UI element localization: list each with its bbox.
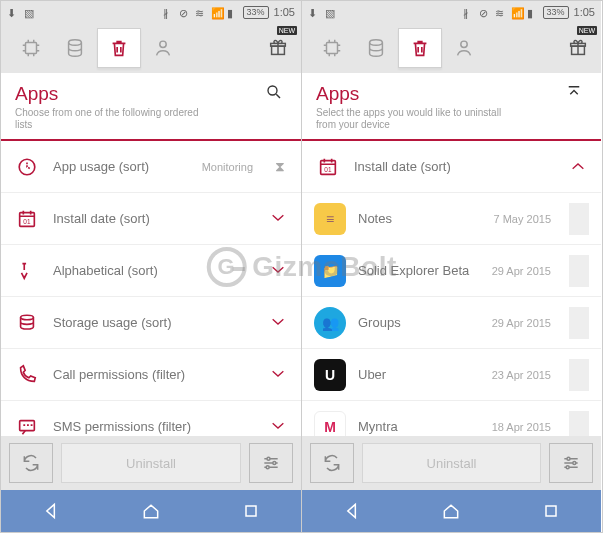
row-meta: Monitoring: [202, 161, 253, 173]
chevron-down-icon: [267, 418, 289, 436]
search-button[interactable]: [261, 83, 287, 101]
svg-point-22: [567, 457, 570, 460]
refresh-button[interactable]: [310, 443, 354, 483]
status-bar: ⬇ ▧ ∦ ⊘ ≋ 📶 ▮ 33% 1:05: [302, 1, 601, 23]
app-icon-solidexplorer: 📁: [314, 255, 346, 287]
nav-back[interactable]: [327, 496, 377, 526]
clock: 1:05: [574, 6, 595, 18]
svg-point-9: [21, 315, 34, 320]
nav-recent[interactable]: [226, 496, 276, 526]
app-icon-myntra: M: [314, 411, 346, 437]
row-storage-usage[interactable]: Storage usage (sort): [1, 297, 301, 349]
svg-point-23: [573, 462, 576, 465]
svg-rect-25: [546, 506, 556, 516]
app-date: 18 Apr 2015: [492, 421, 551, 433]
row-install-date[interactable]: 01 Install date (sort): [1, 193, 301, 245]
nav-home[interactable]: [426, 496, 476, 526]
wifi-icon: ≋: [495, 7, 506, 18]
app-row[interactable]: M Myntra 18 Apr 2015: [302, 401, 601, 436]
row-alphabetical[interactable]: Alphabetical (sort): [1, 245, 301, 297]
app-name: Solid Explorer Beta: [358, 263, 480, 278]
gift-button[interactable]: NEW: [263, 28, 293, 68]
battery-indicator: 33%: [243, 6, 269, 19]
download-icon: ⬇: [7, 7, 18, 18]
bluetooth-icon: ∦: [163, 7, 174, 18]
page-subtitle: Select the apps you would like to uninst…: [316, 107, 516, 131]
chevron-down-icon: [267, 314, 289, 332]
row-label: Call permissions (filter): [53, 367, 255, 382]
row-label: Storage usage (sort): [53, 315, 255, 330]
app-checkbox[interactable]: [569, 359, 589, 391]
app-date: 23 Apr 2015: [492, 369, 551, 381]
sort-list: App usage (sort) Monitoring ⧗ 01 Install…: [1, 141, 301, 436]
page-title: Apps: [316, 83, 561, 105]
calendar-icon: 01: [314, 153, 342, 181]
page-header: Apps Select the apps you would like to u…: [302, 73, 601, 141]
collapse-button[interactable]: [561, 83, 587, 101]
sms-icon: [13, 413, 41, 437]
nav-recent[interactable]: [526, 496, 576, 526]
chevron-down-icon: [267, 366, 289, 384]
signal-icon: ▮: [227, 7, 238, 18]
reception-icon: 📶: [211, 7, 222, 18]
tab-bar: NEW: [1, 23, 301, 73]
tab-uninstall[interactable]: [398, 28, 442, 68]
phone-icon: [13, 361, 41, 389]
svg-point-17: [461, 41, 467, 47]
svg-rect-15: [327, 43, 338, 54]
row-sms-permissions[interactable]: SMS permissions (filter): [1, 401, 301, 436]
row-call-permissions[interactable]: Call permissions (filter): [1, 349, 301, 401]
uninstall-button[interactable]: Uninstall: [362, 443, 541, 483]
app-checkbox[interactable]: [569, 411, 589, 437]
tab-storage[interactable]: [354, 28, 398, 68]
svg-point-2: [160, 41, 166, 47]
app-row[interactable]: ≡ Notes 7 May 2015: [302, 193, 601, 245]
action-bar: Uninstall: [302, 436, 601, 490]
status-bar: ⬇ ▧ ∦ ⊘ ≋ 📶 ▮ 33% 1:05: [1, 1, 301, 23]
wifi-icon: ≋: [195, 7, 206, 18]
battery-indicator: 33%: [543, 6, 569, 19]
tab-user[interactable]: [442, 28, 486, 68]
gift-button[interactable]: NEW: [563, 28, 593, 68]
app-checkbox[interactable]: [569, 307, 589, 339]
tab-user[interactable]: [141, 28, 185, 68]
calendar-icon: 01: [13, 205, 41, 233]
tab-uninstall[interactable]: [97, 28, 141, 68]
row-app-usage[interactable]: App usage (sort) Monitoring ⧗: [1, 141, 301, 193]
tab-cpu[interactable]: [310, 28, 354, 68]
hourglass-icon: ⧗: [271, 158, 289, 175]
app-name: Uber: [358, 367, 480, 382]
signal-icon: ▮: [527, 7, 538, 18]
bluetooth-icon: ∦: [463, 7, 474, 18]
page-title: Apps: [15, 83, 261, 105]
row-label: Install date (sort): [53, 211, 255, 226]
app-icon-notes: ≡: [314, 203, 346, 235]
no-icon: ⊘: [179, 7, 190, 18]
row-sort[interactable]: 01 Install date (sort): [302, 141, 601, 193]
download-icon: ⬇: [308, 7, 319, 18]
settings-sliders-button[interactable]: [549, 443, 593, 483]
screenshot-icon: ▧: [325, 7, 336, 18]
chevron-down-icon: [267, 210, 289, 228]
page-subtitle: Choose from one of the following ordered…: [15, 107, 215, 131]
new-badge: NEW: [577, 26, 597, 35]
refresh-button[interactable]: [9, 443, 53, 483]
settings-sliders-button[interactable]: [249, 443, 293, 483]
tab-cpu[interactable]: [9, 28, 53, 68]
app-checkbox[interactable]: [569, 203, 589, 235]
nav-back[interactable]: [26, 496, 76, 526]
nav-home[interactable]: [126, 496, 176, 526]
app-row[interactable]: 📁 Solid Explorer Beta 29 Apr 2015: [302, 245, 601, 297]
app-checkbox[interactable]: [569, 255, 589, 287]
chevron-down-icon: [267, 262, 289, 280]
tab-storage[interactable]: [53, 28, 97, 68]
svg-point-1: [69, 40, 82, 46]
uninstall-button[interactable]: Uninstall: [61, 443, 241, 483]
storage-icon: [13, 309, 41, 337]
app-row[interactable]: 👥 Groups 29 Apr 2015: [302, 297, 601, 349]
clock: 1:05: [274, 6, 295, 18]
nav-bar: [1, 490, 301, 532]
app-row[interactable]: U Uber 23 Apr 2015: [302, 349, 601, 401]
svg-point-16: [370, 40, 383, 46]
svg-rect-0: [26, 43, 37, 54]
